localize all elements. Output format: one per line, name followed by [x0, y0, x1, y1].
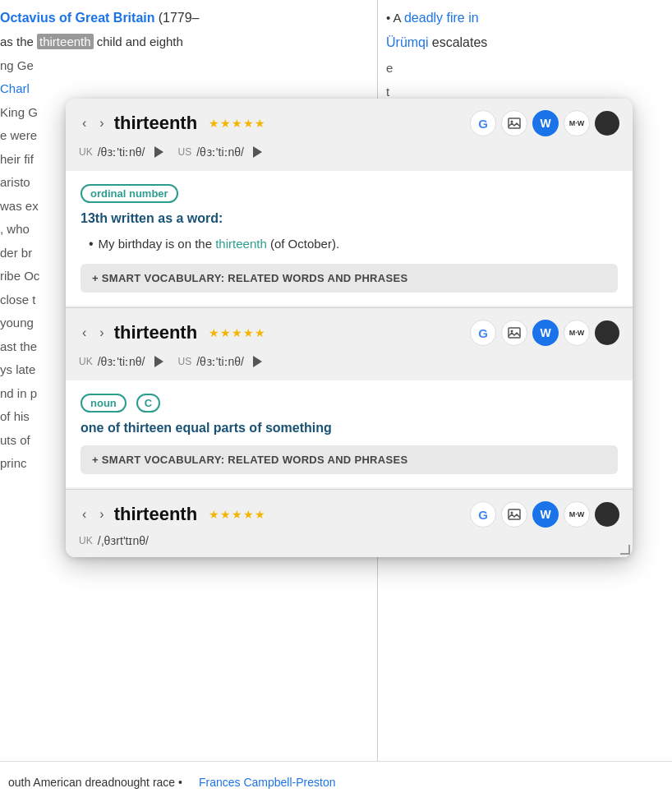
entry-stars-2: ★★★★★: [209, 326, 266, 339]
nav-back-btn-1[interactable]: ‹: [79, 114, 90, 132]
us-play-btn-2[interactable]: [249, 353, 267, 371]
wordnik-btn-2[interactable]: W: [532, 320, 559, 346]
merriam-webster-btn-1[interactable]: M·W: [564, 110, 590, 136]
dict-entry-1: ‹ › thirteenth ★★★★★ G W M·W: [66, 99, 633, 306]
svg-rect-2: [509, 328, 520, 338]
image-search-btn-3[interactable]: [501, 501, 527, 528]
def-title-1: 13th written as a word:: [81, 211, 618, 226]
merriam-webster-btn-3[interactable]: M·W: [564, 501, 590, 528]
image-icon-2: [508, 327, 521, 339]
urumqi-link[interactable]: Ürümqi: [386, 35, 429, 49]
dict-def-1: ordinal number 13th written as a word: M…: [66, 171, 633, 306]
google-search-btn-3[interactable]: G: [470, 501, 496, 528]
dark-mode-icon-2[interactable]: [595, 320, 619, 345]
resize-handle[interactable]: [619, 544, 633, 557]
uk-phonetic-group-1: UK /θɜː'tiːnθ/: [79, 143, 168, 161]
smart-vocab-btn-2[interactable]: SMART Vocabulary: related words and phra…: [81, 445, 618, 474]
nav-forward-btn-1[interactable]: ›: [96, 114, 107, 132]
phonetics-2: UK /θɜː'tiːnθ/ US /θɜː'tiːnθ/: [66, 353, 633, 380]
svg-rect-4: [509, 509, 520, 519]
entry-stars-3: ★★★★★: [209, 508, 266, 521]
deadly-fire-text: deadly fire in: [404, 11, 479, 25]
us-label-1: US: [177, 146, 191, 158]
entry-word-3: thirteenth: [114, 504, 197, 525]
entry-stars-1: ★★★★★: [209, 117, 266, 130]
dictionary-popup: ‹ › thirteenth ★★★★★ G W M·W: [66, 99, 633, 557]
svg-rect-0: [509, 118, 520, 128]
us-play-btn-1[interactable]: [249, 143, 267, 161]
dict-entry-1-header: ‹ › thirteenth ★★★★★ G W M·W: [66, 99, 633, 143]
nav-back-btn-3[interactable]: ‹: [79, 505, 90, 523]
uk-play-btn-1[interactable]: [150, 143, 168, 161]
dict-entry-3: ‹ › thirteenth ★★★★★ G W M·W: [66, 490, 633, 557]
nav-back-btn-2[interactable]: ‹: [79, 324, 90, 342]
frances-campbell-link[interactable]: Frances Campbell-Preston: [199, 776, 336, 789]
entry-word-2: thirteenth: [114, 322, 197, 343]
us-phonetic-group-1: US /θɜː'tiːnθ/: [177, 143, 266, 161]
wordnik-btn-1[interactable]: W: [532, 110, 559, 136]
image-search-btn-2[interactable]: [501, 320, 527, 346]
play-triangle-icon-2a: [154, 356, 163, 367]
bg-bottom-bar: outh American dreadnought race • Frances…: [0, 761, 672, 802]
pos-tag-ordinal: ordinal number: [81, 184, 178, 203]
uk-phonetic-text-3: /ˌθɜrt'tɪnθ/: [98, 534, 149, 547]
google-search-btn-1[interactable]: G: [470, 110, 496, 136]
bullet: • A: [386, 11, 404, 25]
nav-forward-btn-3[interactable]: ›: [96, 505, 107, 523]
wordnik-btn-3[interactable]: W: [532, 501, 559, 528]
us-phonetic-group-2: US /θɜː'tiːnθ/: [177, 353, 266, 371]
def-example-1: My birthday is on the thirteenth (of Oct…: [81, 234, 618, 254]
us-phonetic-text-2: /θɜː'tiːnθ/: [196, 355, 244, 368]
entry-word-1: thirteenth: [114, 113, 197, 134]
dict-entry-2-header: ‹ › thirteenth ★★★★★ G W M·W: [66, 308, 633, 353]
bg-text-2: as the thirteenth child and eighth: [0, 33, 369, 52]
us-phonetic-text-1: /θɜː'tiːnθ/: [196, 145, 244, 159]
uk-label-1: UK: [79, 146, 93, 158]
header-icons-3: G W M·W: [470, 501, 619, 528]
uk-phonetic-text-2: /θɜː'tiːnθ/: [98, 355, 145, 368]
dark-mode-icon-1[interactable]: [595, 111, 619, 136]
nav-forward-btn-2[interactable]: ›: [96, 324, 107, 342]
header-icons-1: G W M·W: [470, 110, 619, 136]
header-icons-2: G W M·W: [470, 320, 619, 346]
uk-label-3: UK: [79, 535, 93, 546]
uk-phonetic-group-3: UK /ˌθɜrt'tɪnθ/: [79, 534, 149, 547]
google-search-btn-2[interactable]: G: [470, 320, 496, 346]
bg-text-3: ng Ge: [0, 57, 369, 76]
us-label-2: US: [177, 356, 191, 367]
dict-popup-scroll[interactable]: ‹ › thirteenth ★★★★★ G W M·W: [66, 99, 633, 557]
bg-text-4: Charl: [0, 80, 369, 99]
pos-tag-noun: noun: [81, 394, 127, 413]
play-triangle-icon-1b: [253, 146, 262, 158]
phonetics-1: UK /θɜː'tiːnθ/ US /θɜː'tiːnθ/: [66, 143, 633, 171]
dict-entry-2: ‹ › thirteenth ★★★★★ G W M·W: [66, 308, 633, 487]
uk-play-btn-2[interactable]: [150, 353, 168, 371]
escalates-text: escalates: [432, 35, 488, 49]
phonetics-3: UK /ˌθɜrt'tɪnθ/: [66, 534, 633, 557]
play-triangle-icon-2b: [253, 356, 262, 367]
octavius-link[interactable]: Octavius of Great Britain: [0, 11, 155, 25]
dict-entry-3-header: ‹ › thirteenth ★★★★★ G W M·W: [66, 490, 633, 534]
image-icon-3: [508, 509, 521, 520]
uk-phonetic-text-1: /θɜː'tiːnθ/: [98, 145, 145, 159]
bg-bottom-left-text: outh American dreadnought race •: [8, 776, 182, 789]
play-triangle-icon-1: [154, 146, 163, 158]
uk-label-2: UK: [79, 356, 93, 367]
dict-def-2: noun C one of thirteen equal parts of so…: [66, 380, 633, 487]
image-search-btn-1[interactable]: [501, 110, 527, 136]
smart-vocab-btn-1[interactable]: SMART Vocabulary: related words and phra…: [81, 264, 618, 293]
example-text-1: My birthday is on the thirteenth (of Oct…: [99, 235, 339, 254]
merriam-webster-btn-2[interactable]: M·W: [564, 320, 590, 346]
dark-mode-icon-3[interactable]: [595, 502, 619, 527]
bg-right-text-1: e: [386, 59, 664, 78]
uk-phonetic-group-2: UK /θɜː'tiːnθ/: [79, 353, 168, 371]
def-title-2: one of thirteen equal parts of something: [81, 421, 618, 436]
image-icon-1: [508, 118, 521, 129]
bg-text-1: (1779–: [159, 11, 200, 25]
pos-tag-c: C: [136, 394, 160, 413]
